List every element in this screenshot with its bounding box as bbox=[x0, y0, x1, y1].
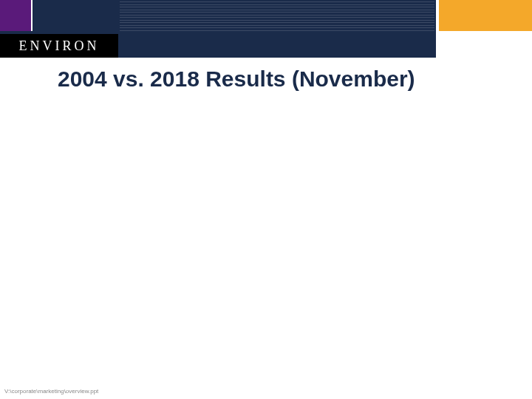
logo-text: ENVIRON bbox=[19, 38, 100, 54]
footer-filepath: V:\corporate\marketing\overview.ppt bbox=[4, 388, 98, 395]
logo: ENVIRON bbox=[0, 34, 118, 58]
header-accent-orange bbox=[439, 0, 532, 31]
slide: ENVIRON 2004 vs. 2018 Results (November)… bbox=[0, 0, 532, 399]
page-title: 2004 vs. 2018 Results (November) bbox=[58, 66, 501, 92]
header-accent-purple bbox=[0, 0, 33, 31]
header-pinstripes bbox=[120, 1, 434, 31]
